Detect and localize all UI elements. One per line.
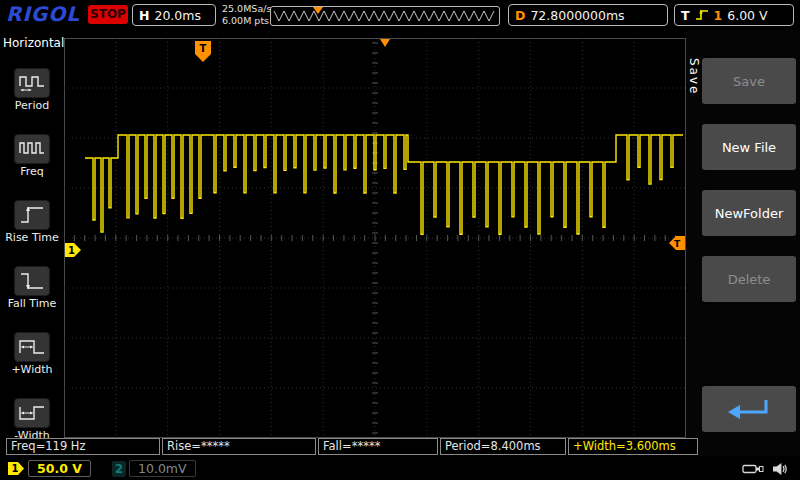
measure-item-label: Rise Time [0, 232, 64, 244]
horizontal-label: H [139, 8, 149, 23]
delay-label: D [515, 8, 525, 23]
run-state-badge[interactable]: STOP [88, 5, 128, 24]
trigger-box[interactable]: T 1 6.00 V [674, 4, 794, 26]
measure-item-label: Period [0, 100, 64, 112]
channel2-badge-label: 2 [112, 461, 126, 477]
memory-depth: 6.00M pts [222, 15, 271, 27]
measure-item-label: Freq [0, 166, 64, 178]
measure-item-label: +Width [0, 364, 64, 376]
neg-width-icon [14, 398, 50, 428]
timebase-value: 20.0ms [154, 8, 201, 23]
left-panel-title: Horizontal [3, 36, 64, 50]
acquisition-info: 25.0MSa/s 6.00M pts [222, 3, 271, 27]
delay-value: 72.8000000ms [530, 8, 624, 23]
trigger-label: T [681, 8, 690, 23]
delay-box[interactable]: D 72.8000000ms [508, 4, 668, 26]
return-button[interactable] [702, 386, 796, 432]
horizontal-timebase-box[interactable]: H 20.0ms [132, 4, 216, 26]
fall-time-icon [14, 266, 50, 296]
svg-text:T: T [200, 43, 207, 54]
measure-item-rise-time[interactable]: Rise Time [0, 200, 64, 244]
freq-icon [14, 134, 50, 164]
left-measure-panel: Horizontal Period Freq [0, 30, 64, 455]
channel2-status[interactable]: 2 10.0mV [112, 460, 196, 477]
save-button-label: Save [733, 74, 765, 89]
right-menu-panel: Save Save New File NewFolder Delete [686, 30, 800, 456]
readout-rise: Rise=***** [162, 438, 316, 455]
rigol-logo: RIGOL [6, 2, 80, 26]
channel1-badge-label: 1 [12, 463, 19, 474]
speaker-icon [772, 462, 788, 476]
return-arrow-icon [719, 395, 779, 423]
waveform-trace [85, 135, 683, 234]
measure-item-freq[interactable]: Freq [0, 134, 64, 178]
measure-item-label: Fall Time [0, 298, 64, 310]
channel-bar: 1 50.0 V 2 10.0mV [0, 457, 800, 480]
trigger-edge-icon [695, 8, 709, 22]
pos-width-icon [14, 332, 50, 362]
readout-freq: Freq=119 Hz [6, 438, 160, 455]
channel1-status[interactable]: 1 50.0 V [8, 460, 91, 477]
readout-period: Period=8.400ms [440, 438, 566, 455]
measure-item-fall-time[interactable]: Fall Time [0, 266, 64, 310]
new-folder-button-label: NewFolder [715, 206, 784, 221]
sample-rate: 25.0MSa/s [222, 3, 271, 15]
new-file-button-label: New File [722, 140, 776, 155]
svg-text:T: T [674, 239, 681, 249]
preview-wave [271, 7, 499, 25]
oscilloscope-screen: RIGOL STOP H 20.0ms 25.0MSa/s 6.00M pts … [0, 0, 800, 480]
period-icon [14, 68, 50, 98]
usb-icon [742, 462, 764, 476]
trigger-level-value: 6.00 V [727, 8, 767, 23]
channel1-scale: 50.0 V [28, 460, 91, 477]
measure-item-neg-width[interactable]: -Width [0, 398, 64, 442]
top-bar: RIGOL STOP H 20.0ms 25.0MSa/s 6.00M pts … [0, 0, 800, 30]
save-button[interactable]: Save [702, 58, 796, 104]
measure-item-period[interactable]: Period [0, 68, 64, 112]
svg-text:1: 1 [68, 245, 75, 256]
menu-tab-save: Save [687, 58, 701, 95]
plot-markers: 1TT [65, 39, 685, 257]
rise-time-icon [14, 200, 50, 230]
graticule [64, 38, 686, 438]
new-file-button[interactable]: New File [702, 124, 796, 170]
waveform-preview[interactable] [270, 6, 500, 26]
delete-button[interactable]: Delete [702, 256, 796, 302]
measurement-readouts: Freq=119 Hz Rise=***** Fall=***** Period… [6, 438, 700, 455]
delete-button-label: Delete [728, 272, 771, 287]
readout-fall: Fall=***** [318, 438, 438, 455]
trigger-source: 1 [714, 8, 723, 23]
channel1-marker-icon: 1 [8, 461, 25, 476]
plot-area: 1TT [64, 38, 686, 438]
channel2-scale: 10.0mV [129, 460, 196, 477]
new-folder-button[interactable]: NewFolder [702, 190, 796, 236]
readout-pos-width: +Width=3.600ms [568, 438, 698, 455]
measure-item-pos-width[interactable]: +Width [0, 332, 64, 376]
